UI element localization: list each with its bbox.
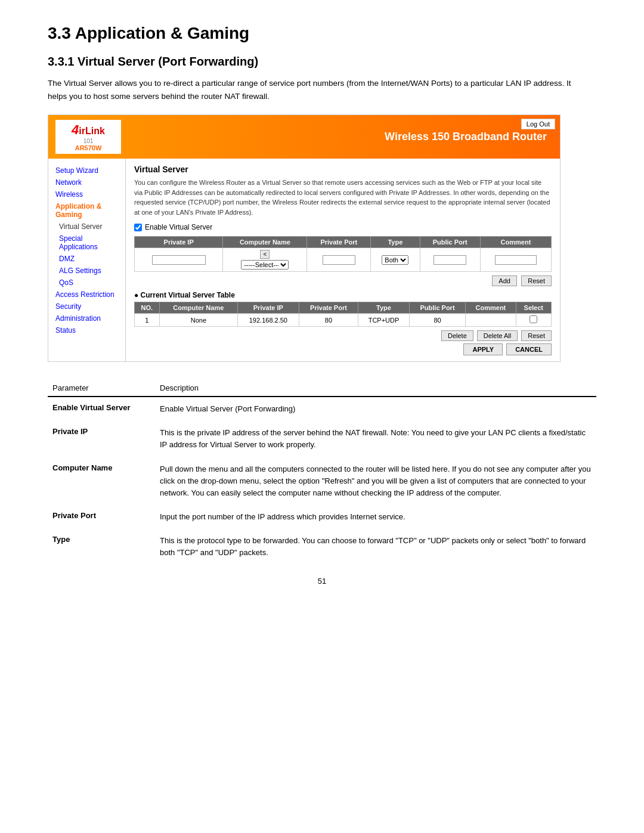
- computer-name-select[interactable]: -----Select------: [241, 260, 289, 270]
- current-header-comment: Comment: [466, 302, 516, 314]
- intro-text: The Virtual Server allows you to re-dire…: [48, 77, 572, 103]
- param-row: Private IPThis is the private IP address…: [48, 421, 596, 457]
- param-desc: This is the private IP address of the se…: [155, 421, 596, 457]
- sidebar-item-network[interactable]: Network: [48, 176, 125, 188]
- param-name: Enable Virtual Server: [48, 397, 155, 421]
- sidebar-item-dmz[interactable]: DMZ: [48, 253, 125, 265]
- router-header-title: Wireless 150 Broadband Router: [121, 131, 553, 143]
- param-name: Private Port: [48, 505, 155, 529]
- router-ui-box: 4 irLink 101 AR570W Wireless 150 Broadba…: [48, 114, 561, 362]
- form-cell-public-port: [420, 248, 480, 272]
- form-cell-comment: [480, 248, 551, 272]
- cancel-button[interactable]: CANCEL: [506, 343, 552, 355]
- apply-cancel-row: APPLY CANCEL: [134, 343, 552, 355]
- form-cell-computer-name: < -----Select------: [223, 248, 307, 272]
- form-table: Private IP Computer Name Private Port Ty…: [134, 236, 552, 272]
- row-select-checkbox[interactable]: [530, 315, 537, 323]
- row-private-port: 80: [299, 314, 358, 327]
- param-header-desc: Description: [155, 380, 596, 397]
- page-section-title: 3.3.1 Virtual Server (Port Forwarding): [48, 55, 596, 69]
- sidebar-item-alg-settings[interactable]: ALG Settings: [48, 265, 125, 277]
- sidebar-item-security[interactable]: Security: [48, 301, 125, 312]
- row-comment: [466, 314, 516, 327]
- current-table: NO. Computer Name Private IP Private Por…: [134, 302, 552, 327]
- sidebar-item-virtual-server[interactable]: Virtual Server: [48, 221, 125, 233]
- router-body: Setup Wizard Network Wireless Applicatio…: [48, 159, 560, 361]
- row-computer-name: None: [159, 314, 237, 327]
- sidebar-item-special-apps[interactable]: Special Applications: [48, 233, 125, 253]
- form-cell-type: Both TCP UDP: [371, 248, 420, 272]
- logo-101: 101: [83, 138, 94, 144]
- param-header-param: Parameter: [48, 380, 155, 397]
- form-cell-private-ip: [135, 248, 223, 272]
- sidebar-item-access-restriction[interactable]: Access Restriction: [48, 289, 125, 301]
- delete-all-button[interactable]: Delete All: [477, 330, 518, 341]
- sidebar-item-app-gaming[interactable]: Application & Gaming: [48, 200, 125, 221]
- form-cell-private-port: [307, 248, 371, 272]
- param-desc: Pull down the menu and all the computers…: [155, 457, 596, 505]
- page-number: 51: [48, 577, 596, 586]
- private-ip-input[interactable]: [152, 255, 206, 265]
- add-button[interactable]: Add: [492, 275, 517, 286]
- form-header-private-ip: Private IP: [135, 237, 223, 248]
- row-no: 1: [135, 314, 160, 327]
- form-header-type: Type: [371, 237, 420, 248]
- sidebar: Setup Wizard Network Wireless Applicatio…: [48, 159, 126, 361]
- comment-input[interactable]: [495, 255, 537, 265]
- enable-virtual-server-checkbox[interactable]: [134, 224, 142, 231]
- param-desc: Enable Virtual Server (Port Forwarding): [155, 397, 596, 421]
- delete-row: Delete Delete All Reset: [134, 330, 552, 341]
- param-row: TypeThis is the protocol type to be forw…: [48, 529, 596, 565]
- current-header-type: Type: [358, 302, 410, 314]
- param-desc: Input the port number of the IP address …: [155, 505, 596, 529]
- content-area: Virtual Server You can configure the Wir…: [126, 159, 560, 361]
- type-select[interactable]: Both TCP UDP: [382, 255, 408, 265]
- param-table: Parameter Description Enable Virtual Ser…: [48, 380, 596, 565]
- form-header-private-port: Private Port: [307, 237, 371, 248]
- logo-4: 4: [72, 122, 79, 138]
- current-header-computer-name: Computer Name: [159, 302, 237, 314]
- router-logo: 4 irLink 101 AR570W: [55, 120, 121, 154]
- param-name: Computer Name: [48, 457, 155, 505]
- param-name: Private IP: [48, 421, 155, 457]
- content-title: Virtual Server: [134, 165, 552, 174]
- arrow-button[interactable]: <: [260, 250, 270, 259]
- current-table-title: ● Current Virtual Server Table: [134, 291, 552, 299]
- sidebar-item-setup-wizard[interactable]: Setup Wizard: [48, 165, 125, 176]
- form-header-comment: Comment: [480, 237, 551, 248]
- form-row: < -----Select------ Both: [135, 248, 552, 272]
- current-header-public-port: Public Port: [409, 302, 465, 314]
- table-row: 1 None 192.168.2.50 80 TCP+UDP 80: [135, 314, 552, 327]
- apply-button[interactable]: APPLY: [463, 343, 503, 355]
- page-main-title: 3.3 Application & Gaming: [48, 24, 596, 43]
- param-row: Computer NamePull down the menu and all …: [48, 457, 596, 505]
- param-name: Type: [48, 529, 155, 565]
- logo-model: AR570W: [75, 144, 102, 151]
- form-header-computer-name: Computer Name: [223, 237, 307, 248]
- logo-airlink: irLink: [79, 126, 105, 137]
- current-header-select: Select: [516, 302, 551, 314]
- delete-button[interactable]: Delete: [441, 330, 473, 341]
- current-header-private-port: Private Port: [299, 302, 358, 314]
- sidebar-item-qos[interactable]: QoS: [48, 277, 125, 289]
- logout-button[interactable]: Log Out: [521, 119, 555, 129]
- sidebar-item-administration[interactable]: Administration: [48, 312, 125, 324]
- current-header-private-ip: Private IP: [237, 302, 299, 314]
- enable-virtual-server-label: Enable Virtual Server: [145, 223, 212, 231]
- param-row: Enable Virtual ServerEnable Virtual Serv…: [48, 397, 596, 421]
- param-row: Private PortInput the port number of the…: [48, 505, 596, 529]
- form-header-public-port: Public Port: [420, 237, 480, 248]
- row-private-ip: 192.168.2.50: [237, 314, 299, 327]
- row-type: TCP+UDP: [358, 314, 410, 327]
- content-desc: You can configure the Wireless Router as…: [134, 178, 552, 217]
- row-select: [516, 314, 551, 327]
- current-header-no: NO.: [135, 302, 160, 314]
- public-port-input[interactable]: [434, 255, 466, 265]
- sidebar-item-status[interactable]: Status: [48, 324, 125, 336]
- router-header: 4 irLink 101 AR570W Wireless 150 Broadba…: [48, 115, 560, 159]
- reset-button[interactable]: Reset: [521, 275, 552, 286]
- private-port-input[interactable]: [323, 255, 355, 265]
- row-public-port: 80: [409, 314, 465, 327]
- sidebar-item-wireless[interactable]: Wireless: [48, 188, 125, 200]
- reset2-button[interactable]: Reset: [521, 330, 552, 341]
